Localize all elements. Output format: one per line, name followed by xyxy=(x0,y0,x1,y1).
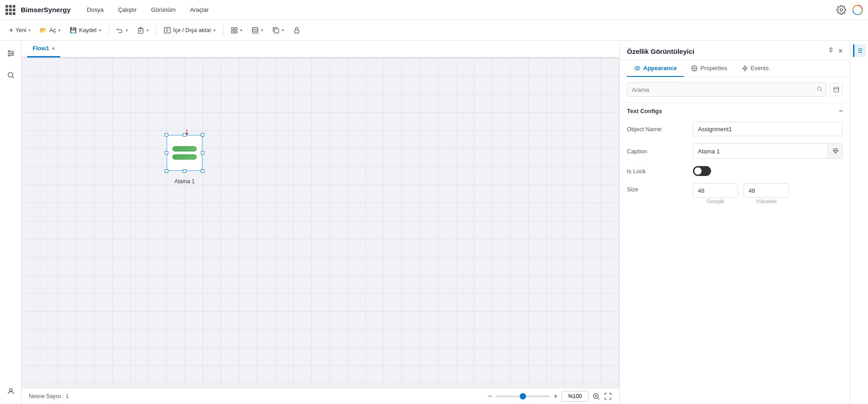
search-submit-button[interactable] xyxy=(816,86,823,94)
canvas-tab-close[interactable]: × xyxy=(52,46,55,51)
handle-bl[interactable] xyxy=(165,169,168,173)
svg-point-21 xyxy=(12,53,13,54)
import-export-button[interactable]: İçe / Dışa aktar ▾ xyxy=(160,24,219,36)
top-menu-bar: BimserSynergy Dosya Çalıştır Görünüm Ara… xyxy=(0,0,868,20)
pin-icon[interactable] xyxy=(828,47,834,55)
toggle-thumb xyxy=(694,167,702,175)
sidebar-search-icon[interactable] xyxy=(4,68,18,82)
zoom-out-button[interactable]: − xyxy=(488,392,492,400)
undo-button[interactable]: ▾ xyxy=(113,24,132,36)
tab-properties-label: Properties xyxy=(700,65,727,71)
profile-icon[interactable] xyxy=(853,5,863,15)
paste-button[interactable]: ▾ xyxy=(133,24,152,36)
settings-icon[interactable] xyxy=(836,5,846,15)
size-height-input[interactable] xyxy=(744,183,789,198)
flow-node[interactable] xyxy=(166,135,203,171)
svg-rect-11 xyxy=(235,31,237,33)
zoom-thumb[interactable] xyxy=(520,393,526,399)
layout-chevron: ▾ xyxy=(261,28,263,33)
caption-input[interactable] xyxy=(693,144,828,158)
svg-line-38 xyxy=(821,90,822,91)
tab-events-label: Events xyxy=(751,65,769,71)
handle-tr[interactable] xyxy=(201,133,204,137)
layout-button[interactable]: ▾ xyxy=(248,24,267,36)
size-height-wrap: Yükseklik xyxy=(744,183,789,204)
section-collapse-button[interactable]: − xyxy=(839,107,843,114)
new-button[interactable]: + Yeni ▾ xyxy=(5,24,34,37)
text-configs-section-header: Text Configs − xyxy=(620,103,850,118)
menu-gorunum[interactable]: Görünüm xyxy=(149,5,177,14)
handle-br[interactable] xyxy=(201,169,204,173)
canvas-area: Flow1 × xyxy=(22,41,619,404)
main-layout: Flow1 × xyxy=(0,41,868,404)
object-name-label: Object Name: xyxy=(627,126,686,133)
open-chevron: ▾ xyxy=(58,28,61,33)
svg-point-37 xyxy=(817,87,821,90)
svg-rect-9 xyxy=(235,28,237,30)
canvas-grid[interactable]: Atama 1 xyxy=(22,58,619,404)
handle-tm[interactable] xyxy=(183,133,186,137)
duplicate-chevron: ▾ xyxy=(282,28,284,33)
duplicate-icon xyxy=(272,27,280,34)
node-bar-1 xyxy=(172,146,197,152)
flow-node-label: Atama 1 xyxy=(162,178,207,185)
svg-point-20 xyxy=(8,51,9,52)
menu-calistir[interactable]: Çalıştır xyxy=(116,5,138,14)
open-button[interactable]: 📂 Aç ▾ xyxy=(36,24,64,36)
right-panel: Özellik Görüntüleyici × Appearance Prope… xyxy=(619,41,850,404)
svg-rect-4 xyxy=(138,29,143,33)
svg-marker-36 xyxy=(742,66,747,71)
tab-events[interactable]: Events xyxy=(735,60,776,77)
menu-dosya[interactable]: Dosya xyxy=(85,5,105,14)
handle-ml[interactable] xyxy=(165,151,168,155)
paste-icon xyxy=(137,27,144,34)
handle-bm[interactable] xyxy=(183,169,186,173)
size-width-label: Genişlik xyxy=(707,199,724,204)
svg-point-25 xyxy=(9,389,12,391)
handle-tl[interactable] xyxy=(165,133,168,137)
fit-window-icon[interactable] xyxy=(604,392,612,400)
size-inputs: Genişlik Yükseklik xyxy=(693,183,789,204)
size-width-input[interactable] xyxy=(693,183,738,198)
canvas-tab-label: Flow1 xyxy=(33,45,49,52)
svg-rect-39 xyxy=(834,87,839,92)
is-lock-toggle[interactable] xyxy=(693,166,711,176)
flow-element[interactable]: Atama 1 xyxy=(162,126,207,185)
import-export-label: İçe / Dışa aktar xyxy=(173,27,211,33)
panel-collapse-button[interactable] xyxy=(830,83,843,96)
object-name-input[interactable] xyxy=(693,122,843,136)
far-right-strip xyxy=(850,41,868,404)
app-logo: BimserSynergy xyxy=(5,5,71,15)
svg-rect-8 xyxy=(232,28,234,30)
sidebar-settings-icon[interactable] xyxy=(4,46,18,61)
zoom-slider[interactable] xyxy=(496,395,550,397)
panel-header-icons: × xyxy=(828,47,843,55)
search-input[interactable] xyxy=(627,82,826,97)
zoom-in-button[interactable]: + xyxy=(554,392,558,400)
sidebar-user-icon[interactable] xyxy=(4,384,18,399)
tab-appearance[interactable]: Appearance xyxy=(627,60,684,77)
undo-icon xyxy=(116,27,123,34)
svg-line-24 xyxy=(12,76,14,78)
save-button[interactable]: 💾 Kaydet ▾ xyxy=(66,24,105,36)
panel-close-icon[interactable]: × xyxy=(839,47,843,55)
events-tab-icon xyxy=(742,65,748,71)
canvas-tab-flow1[interactable]: Flow1 × xyxy=(27,41,60,57)
caption-translate-button[interactable] xyxy=(828,144,842,158)
handle-mr[interactable] xyxy=(201,151,204,155)
duplicate-button[interactable]: ▾ xyxy=(269,24,288,36)
tab-properties[interactable]: Properties xyxy=(684,60,734,77)
svg-point-22 xyxy=(8,55,9,56)
lock-button[interactable] xyxy=(289,24,304,36)
zoom-fit-icon[interactable] xyxy=(592,392,600,400)
strip-list-icon[interactable] xyxy=(853,44,866,57)
menu-araclar[interactable]: Araçlar xyxy=(188,5,210,14)
grid-icon xyxy=(5,5,15,15)
grid-button[interactable]: ▾ xyxy=(227,24,246,36)
save-chevron: ▾ xyxy=(99,28,101,33)
size-width-wrap: Genişlik xyxy=(693,183,738,204)
field-size: Size Genişlik Yükseklik xyxy=(620,180,850,208)
zoom-input[interactable] xyxy=(561,391,588,402)
caption-label: Caption xyxy=(627,148,686,155)
new-chevron: ▾ xyxy=(28,28,31,33)
